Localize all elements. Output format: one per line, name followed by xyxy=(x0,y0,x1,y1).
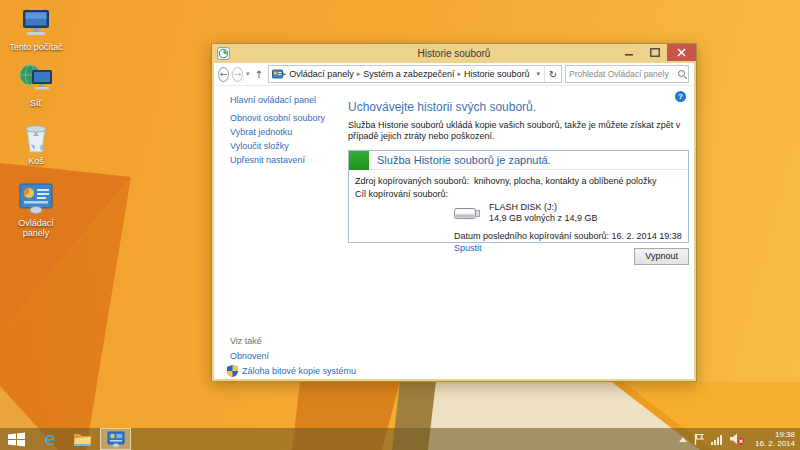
sidebar-item-exclude-folders[interactable]: Vyloučit složky xyxy=(230,142,342,151)
close-button[interactable] xyxy=(667,44,696,61)
content-area: ? Hlavní ovládací panel Obnovit osobní s… xyxy=(214,87,694,379)
search-input[interactable] xyxy=(566,69,676,79)
recycle-bin-icon xyxy=(7,120,65,154)
sidebar-item-restore-files[interactable]: Obnovit osobní soubory xyxy=(230,114,342,123)
navigation-bar: ← → ▾ ↑ ▸ Ovládací panely ▸ Systém a zab… xyxy=(214,63,694,86)
sidebar: Hlavní ovládací panel Obnovit osobní sou… xyxy=(230,95,342,170)
status-title: Služba Historie souborů je zapnutá. xyxy=(377,154,551,166)
system-image-backup-row[interactable]: Záloha bitové kopie systému xyxy=(227,365,356,377)
recovery-link[interactable]: Obnovení xyxy=(230,351,269,361)
breadcrumb-control-panel[interactable]: Ovládací panely xyxy=(286,69,357,79)
desktop-icon-network[interactable]: Síť xyxy=(7,62,65,108)
taskbar-control-panel-active[interactable] xyxy=(100,428,131,450)
minimize-button[interactable] xyxy=(617,44,642,61)
action-center-flag-icon[interactable] xyxy=(694,433,704,445)
windows-logo-icon xyxy=(8,432,26,447)
internet-explorer-icon: e xyxy=(44,430,55,448)
network-signal-icon[interactable] xyxy=(711,434,723,445)
maximize-button[interactable] xyxy=(642,44,667,61)
taskbar: e xyxy=(0,428,800,450)
back-button[interactable]: ← xyxy=(218,67,229,82)
sidebar-item-select-drive[interactable]: Vybrat jednotku xyxy=(230,128,342,137)
status-header: Služba Historie souborů je zapnutá. xyxy=(349,151,688,170)
window-body: ← → ▾ ↑ ▸ Ovládací panely ▸ Systém a zab… xyxy=(214,63,694,379)
control-panel-taskbar-icon xyxy=(107,431,125,448)
address-dropdown-icon[interactable]: ▾ xyxy=(532,70,544,78)
desktop-icon-this-pc[interactable]: Tento počítač xyxy=(7,6,65,52)
desktop: Tento počítač Síť xyxy=(0,0,800,450)
target-drive: FLASH DISK (J:) 14,9 GB volných z 14,9 G… xyxy=(454,202,682,224)
clock-time: 19:38 xyxy=(755,430,795,439)
address-location-icon xyxy=(272,69,283,80)
search-box xyxy=(565,65,689,83)
start-button[interactable] xyxy=(0,428,34,450)
main-panel: Uchovávejte historii svých souborů. Služ… xyxy=(348,87,689,265)
status-on-indicator xyxy=(349,151,369,170)
breadcrumb-system-security[interactable]: Systém a zabezpečení xyxy=(360,69,457,79)
drive-free-space: 14,9 GB volných z 14,9 GB xyxy=(489,213,598,224)
desktop-icon-label: Síť xyxy=(7,98,65,108)
system-image-backup-link[interactable]: Záloha bitové kopie systému xyxy=(242,366,356,376)
uac-shield-icon xyxy=(227,365,238,377)
taskbar-file-explorer[interactable] xyxy=(66,428,98,450)
copy-source-label: Zdroj kopírovaných souborů: xyxy=(355,176,474,186)
desktop-icon-recycle-bin[interactable]: Koš xyxy=(7,120,65,166)
last-copy-date: Datum posledního kopírování souborů: 16.… xyxy=(454,231,682,241)
flash-drive-icon xyxy=(454,205,481,222)
refresh-button[interactable]: ↻ xyxy=(544,66,561,82)
recent-pages-caret-icon[interactable]: ▾ xyxy=(246,70,250,78)
this-pc-icon xyxy=(7,6,65,40)
page-description: Služba Historie souborů ukládá kopie vaš… xyxy=(348,120,689,142)
page-title: Uchovávejte historii svých souborů. xyxy=(348,100,689,114)
file-history-window: Historie souborů ← → xyxy=(211,43,697,382)
copy-target-label: Cíl kopírování souborů: xyxy=(355,189,474,199)
up-button[interactable]: ↑ xyxy=(254,69,262,80)
copy-source-value: knihovny, plocha, kontakty a oblíbené po… xyxy=(474,176,656,186)
clock-date: 16. 2. 2014 xyxy=(755,439,795,448)
volume-muted-icon[interactable] xyxy=(730,433,745,445)
drive-name: FLASH DISK (J:) xyxy=(489,202,598,213)
breadcrumb-file-history[interactable]: Historie souborů xyxy=(461,69,533,79)
desktop-icon-label: Tento počítač xyxy=(7,42,65,52)
control-panel-icon xyxy=(7,182,65,216)
see-also-heading: Viz také xyxy=(230,336,262,346)
file-explorer-icon xyxy=(73,432,92,447)
search-icon[interactable] xyxy=(676,68,688,80)
titlebar[interactable]: Historie souborů xyxy=(212,44,696,63)
desktop-icon-label: Koš xyxy=(7,156,65,166)
desktop-icon-control-panel[interactable]: Ovládací panely xyxy=(7,182,65,238)
system-tray: 19:38 16. 2. 2014 xyxy=(679,430,800,448)
sidebar-item-advanced-settings[interactable]: Upřesnit nastavení xyxy=(230,156,342,165)
run-now-link[interactable]: Spustit xyxy=(454,243,482,253)
desktop-icon-label: Ovládací panely xyxy=(7,218,65,238)
forward-button[interactable]: → xyxy=(232,67,243,82)
status-box: Služba Historie souborů je zapnutá. Zdro… xyxy=(348,150,689,243)
sidebar-item-control-panel-home[interactable]: Hlavní ovládací panel xyxy=(230,95,342,105)
show-hidden-icons-icon[interactable] xyxy=(679,437,687,442)
taskbar-internet-explorer[interactable]: e xyxy=(34,428,66,450)
taskbar-clock[interactable]: 19:38 16. 2. 2014 xyxy=(752,430,795,448)
address-bar[interactable]: ▸ Ovládací panely ▸ Systém a zabezpečení… xyxy=(268,65,562,83)
network-icon xyxy=(7,62,65,96)
close-icon xyxy=(677,48,686,57)
status-body: Zdroj kopírovaných souborů: knihovny, pl… xyxy=(349,170,688,253)
